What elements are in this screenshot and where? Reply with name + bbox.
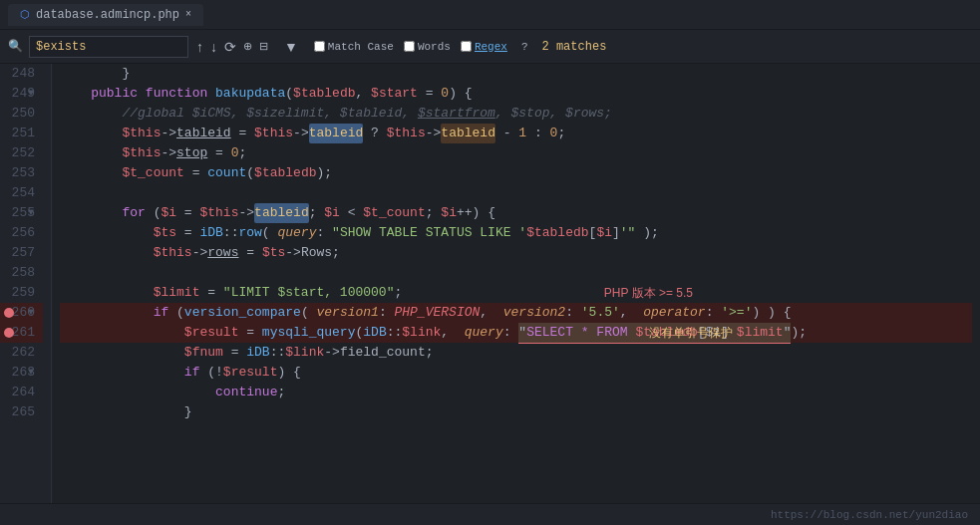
line-num-264: 264 [12, 383, 35, 402]
line-num-258: 258 [12, 263, 35, 283]
search-bar: 🔍 ↑ ↓ ⟳ ⊕ ⊟ ▼ Match Case Words Regex ? 2… [0, 30, 980, 64]
search-input[interactable] [29, 36, 188, 58]
line-num-248: 248 [12, 64, 35, 84]
search-icon: 🔍 [8, 39, 23, 54]
nav-multiline-button[interactable]: ⊟ [257, 40, 270, 53]
line-num-265: 265 [12, 402, 35, 422]
code-line-255: for ($i = $this->tableid; $i < $t_count;… [60, 203, 972, 223]
line-num-252: 252 [12, 143, 35, 163]
gutter-line-264: 264 [0, 383, 43, 402]
words-option[interactable]: Words [404, 41, 451, 53]
gutter-line-262: 262 [0, 343, 43, 363]
code-line-261: $result = mysqli_query(iDB::$link, query… [60, 323, 972, 343]
gutter-line-251: 251 [0, 124, 43, 143]
filter-button[interactable]: ▼ [282, 39, 300, 55]
nav-down-button[interactable]: ↓ [208, 39, 219, 55]
fold-arrow-263: ▼ [28, 363, 34, 383]
breakpoint-261 [4, 328, 14, 338]
search-options: Match Case Words Regex ? [314, 41, 528, 53]
code-line-264: continue; [60, 383, 972, 402]
line-num-262: 262 [12, 343, 35, 363]
gutter-line-260: ▼ 260 [0, 303, 43, 323]
gutter-line-258: 258 [0, 263, 43, 283]
code-area: 248 ▼ 249 250 251 252 253 254 ▼ 255 256 … [0, 64, 980, 503]
php-icon: ⬡ [20, 8, 30, 21]
status-url: https://blog.csdn.net/yun2diao [771, 509, 968, 521]
gutter-line-249: ▼ 249 [0, 84, 43, 104]
line-num-257: 257 [12, 243, 35, 263]
code-line-263: if (!$result) { [60, 363, 972, 383]
fold-arrow-255: ▼ [28, 203, 34, 223]
code-line-249: public function bakupdata($tabledb, $sta… [60, 84, 972, 104]
code-line-252: $this->stop = 0; [60, 143, 972, 163]
code-line-260: if (version_compare( version1: PHP_VERSI… [60, 303, 972, 323]
help-button[interactable]: ? [521, 41, 528, 53]
code-line-258 [60, 263, 972, 283]
regex-checkbox[interactable] [461, 41, 472, 52]
search-navigation: ↑ ↓ ⟳ ⊕ ⊟ [194, 39, 270, 55]
gutter-line-255: ▼ 255 [0, 203, 43, 223]
gutter-line-253: 253 [0, 163, 43, 183]
tab-label: database.admincp.php [36, 8, 179, 22]
regex-label: Regex [475, 41, 507, 53]
words-label: Words [418, 41, 451, 53]
nav-add-button[interactable]: ⊕ [241, 40, 254, 53]
line-num-254: 254 [12, 183, 35, 203]
breakpoint-260 [4, 308, 14, 318]
code-line-253: $t_count = count($tabledb); [60, 163, 972, 183]
gutter-line-252: 252 [0, 143, 43, 163]
code-line-262: $fnum = iDB::$link->field_count; [60, 343, 972, 363]
gutter-line-248: 248 [0, 64, 43, 84]
gutter-line-259: 259 [0, 283, 43, 303]
code-content[interactable]: } public function bakupdata($tabledb, $s… [52, 64, 980, 503]
code-line-250: //global $iCMS, $sizelimit, $tableid, $s… [60, 104, 972, 124]
code-line-256: $ts = iDB::row( query: "SHOW TABLE STATU… [60, 223, 972, 243]
gutter-line-250: 250 [0, 104, 43, 124]
code-line-257: $this->rows = $ts->Rows; [60, 243, 972, 263]
gutter-line-263: ▼ 263 [0, 363, 43, 383]
gutter-line-265: 265 [0, 402, 43, 422]
gutter-line-256: 256 [0, 223, 43, 243]
match-case-option[interactable]: Match Case [314, 41, 394, 53]
nav-refresh-button[interactable]: ⟳ [222, 39, 238, 55]
match-case-checkbox[interactable] [314, 41, 325, 52]
line-num-261: 261 [12, 323, 35, 343]
match-count: 2 matches [542, 40, 607, 54]
code-line-251: $this->tableid = $this->tableid ? $this-… [60, 124, 972, 143]
line-num-259: 259 [12, 283, 35, 303]
line-num-256: 256 [12, 223, 35, 243]
fold-arrow-260: ▼ [28, 303, 34, 323]
tab-close-button[interactable]: × [185, 9, 191, 20]
gutter-line-254: 254 [0, 183, 43, 203]
line-number-gutter: 248 ▼ 249 250 251 252 253 254 ▼ 255 256 … [0, 64, 52, 503]
gutter-line-257: 257 [0, 243, 43, 263]
file-tab[interactable]: ⬡ database.admincp.php × [8, 4, 203, 26]
regex-option[interactable]: Regex [461, 41, 507, 53]
code-line-248: } [60, 64, 972, 84]
words-checkbox[interactable] [404, 41, 415, 52]
fold-arrow-249: ▼ [28, 84, 34, 104]
line-num-250: 250 [12, 104, 35, 124]
title-bar: ⬡ database.admincp.php × [0, 0, 980, 30]
code-line-254 [60, 183, 972, 203]
nav-up-button[interactable]: ↑ [194, 39, 205, 55]
status-bar: https://blog.csdn.net/yun2diao [0, 503, 980, 525]
code-line-265: } [60, 402, 972, 422]
code-line-259: $limit = "LIMIT $start, 100000"; PHP 版本 … [60, 283, 972, 303]
line-num-253: 253 [12, 163, 35, 183]
line-num-251: 251 [12, 124, 35, 143]
match-case-label: Match Case [328, 41, 394, 53]
gutter-line-261: 261 [0, 323, 43, 343]
